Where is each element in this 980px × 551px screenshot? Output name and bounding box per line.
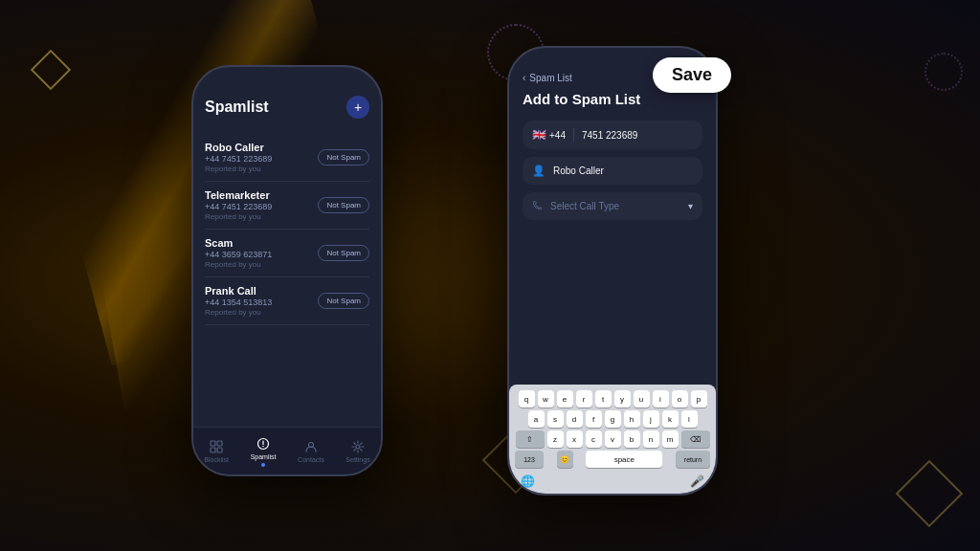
nav-label-spamlist: Spamlist: [251, 453, 277, 460]
spam-item-3-name: Prank Call: [205, 285, 272, 297]
key-z[interactable]: z: [547, 430, 564, 448]
key-j[interactable]: j: [643, 410, 659, 428]
dots-circle-right: [924, 53, 963, 91]
spam-item-3-number: +44 1354 513813: [205, 298, 272, 307]
key-n[interactable]: n: [643, 430, 659, 448]
phone-input-row[interactable]: 🇬🇧 +44 7451 223689: [523, 121, 702, 149]
space-key[interactable]: space: [586, 451, 662, 468]
name-input-row[interactable]: 👤 Robo Caller: [523, 157, 702, 185]
phone1-content: Spamlist + Robo Caller +44 7451 223689 R…: [193, 67, 381, 474]
person-icon: 👤: [532, 165, 546, 177]
spam-item-0-info: Robo Caller +44 7451 223689 Reported by …: [205, 142, 272, 173]
emoji-key[interactable]: 😊: [557, 451, 573, 468]
key-a[interactable]: a: [528, 410, 545, 428]
numbers-key[interactable]: 123: [515, 451, 544, 468]
key-p[interactable]: p: [691, 390, 707, 408]
key-d[interactable]: d: [567, 410, 583, 428]
keyboard-row-4: 123 😊 space return: [513, 451, 712, 468]
svg-rect-0: [211, 441, 215, 446]
chevron-down-icon: ▾: [688, 201, 693, 211]
back-label: Spam List: [529, 73, 571, 83]
settings-icon: [350, 439, 366, 454]
phone1-title: Spamlist: [205, 99, 269, 116]
key-c[interactable]: c: [586, 430, 602, 448]
spam-item-3-info: Prank Call +44 1354 513813 Reported by y…: [205, 285, 272, 317]
nav-item-settings[interactable]: Settings: [345, 439, 369, 463]
nav-label-contacts: Contacts: [298, 456, 324, 463]
keyboard-row-2: a s d f g h j k l: [513, 410, 712, 428]
svg-rect-3: [217, 448, 222, 452]
phone1-notch: [254, 67, 321, 84]
key-h[interactable]: h: [624, 410, 640, 428]
shift-key[interactable]: ⇧: [516, 430, 545, 448]
svg-point-8: [356, 445, 360, 449]
phone-icon: [532, 200, 543, 212]
spam-item-0-number: +44 7451 223689: [205, 154, 272, 164]
spam-item-2-reported: Reported by you: [205, 260, 272, 269]
call-type-placeholder: Select Call Type: [543, 201, 688, 211]
key-w[interactable]: w: [538, 390, 554, 408]
key-x[interactable]: x: [567, 430, 583, 448]
not-spam-button-0[interactable]: Not Spam: [318, 149, 369, 165]
phone2-frame: ‹ Spam List Add to Spam List 🇬🇧 +44 7451…: [507, 46, 718, 496]
svg-rect-2: [211, 448, 215, 452]
block-icon: [209, 439, 224, 454]
key-g[interactable]: g: [605, 410, 621, 428]
spam-item-1-info: Telemarketer +44 7451 223689 Reported by…: [205, 189, 272, 221]
not-spam-button-3[interactable]: Not Spam: [318, 293, 369, 309]
spam-item-3-reported: Reported by you: [205, 308, 272, 317]
nav-label-blocklist: Blocklist: [204, 456, 229, 463]
add-spam-button[interactable]: +: [346, 96, 369, 119]
phone2-title: Add to Spam List: [523, 91, 702, 107]
key-y[interactable]: y: [614, 390, 631, 408]
nav-item-spamlist[interactable]: Spamlist: [251, 436, 277, 467]
key-v[interactable]: v: [605, 430, 621, 448]
key-s[interactable]: s: [547, 410, 564, 428]
return-key[interactable]: return: [676, 451, 710, 468]
nav-active-indicator: [261, 463, 265, 467]
back-arrow-icon: ‹: [523, 73, 525, 83]
key-k[interactable]: k: [662, 410, 679, 428]
svg-rect-1: [217, 441, 222, 446]
not-spam-button-2[interactable]: Not Spam: [318, 245, 369, 261]
nav-item-blocklist[interactable]: Blocklist: [204, 439, 229, 463]
spam-icon: [256, 436, 271, 452]
key-u[interactable]: u: [634, 390, 650, 408]
keyboard: q w e r t y u i o p a s d f g h j k: [509, 385, 716, 494]
spam-item-1-number: +44 7451 223689: [205, 202, 272, 211]
phone-number-field[interactable]: 7451 223689: [582, 130, 693, 141]
key-l[interactable]: l: [681, 410, 698, 428]
key-r[interactable]: r: [576, 390, 592, 408]
key-i[interactable]: i: [653, 390, 669, 408]
not-spam-button-1[interactable]: Not Spam: [318, 197, 369, 213]
key-e[interactable]: e: [557, 390, 573, 408]
contact-name-field[interactable]: Robo Caller: [553, 165, 604, 176]
spam-item-2: Scam +44 3659 623871 Reported by you Not…: [205, 230, 369, 277]
nav-item-contacts[interactable]: Contacts: [298, 439, 324, 463]
call-type-select[interactable]: Select Call Type ▾: [523, 192, 702, 220]
country-code: +44: [549, 130, 566, 141]
spam-item-0: Robo Caller +44 7451 223689 Reported by …: [205, 134, 369, 182]
spam-item-0-name: Robo Caller: [205, 142, 272, 153]
spam-item-1: Telemarketer +44 7451 223689 Reported by…: [205, 182, 369, 230]
keyboard-row-1: q w e r t y u i o p: [513, 390, 712, 408]
bottom-nav: Blocklist Spamlist Contacts: [193, 427, 381, 474]
globe-icon[interactable]: 🌐: [521, 474, 535, 488]
key-t[interactable]: t: [595, 390, 612, 408]
key-q[interactable]: q: [519, 390, 535, 408]
save-button[interactable]: Save: [653, 57, 731, 93]
spam-item-1-name: Telemarketer: [205, 189, 272, 201]
nav-label-settings: Settings: [345, 456, 369, 463]
flag-icon: 🇬🇧: [532, 128, 546, 142]
key-m[interactable]: m: [662, 430, 679, 448]
phone2-content: ‹ Spam List Add to Spam List 🇬🇧 +44 7451…: [509, 48, 716, 494]
spam-item-2-number: +44 3659 623871: [205, 250, 272, 259]
key-o[interactable]: o: [672, 390, 688, 408]
key-b[interactable]: b: [624, 430, 640, 448]
spam-item-2-name: Scam: [205, 237, 272, 249]
flag-code-selector[interactable]: 🇬🇧 +44: [532, 128, 574, 142]
key-f[interactable]: f: [586, 410, 602, 428]
mic-icon[interactable]: 🎤: [690, 474, 704, 488]
keyboard-row-3: ⇧ z x c v b n m ⌫: [513, 430, 712, 448]
delete-key[interactable]: ⌫: [681, 430, 710, 448]
